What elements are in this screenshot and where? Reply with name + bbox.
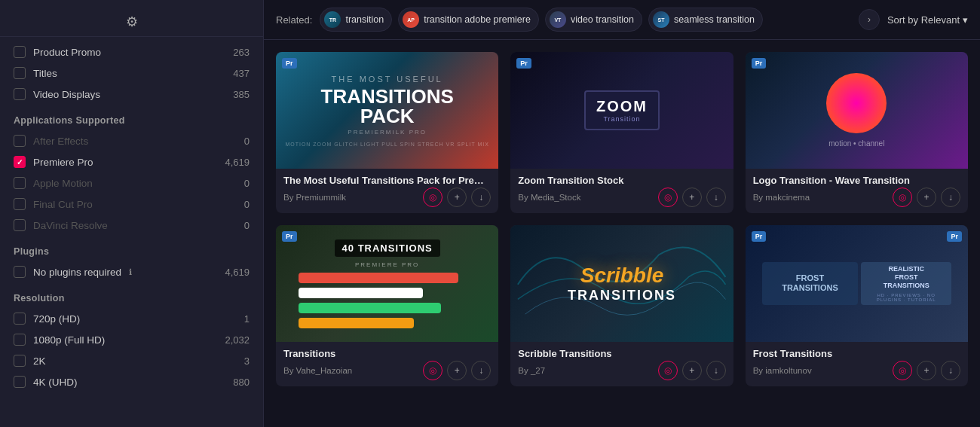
filter-row-application[interactable]: Apple Motion 0 xyxy=(0,172,263,194)
tag-avatar-inner: ST xyxy=(653,11,669,28)
filter-count: 0 xyxy=(244,178,250,189)
card[interactable]: Pr Pr FROSTTRANSITIONS REALISTICFROSTTRA… xyxy=(746,225,968,386)
related-tag[interactable]: TR transition xyxy=(320,8,392,32)
overlay-sub-text: PREMIERE PRO xyxy=(355,261,419,268)
card[interactable]: Scribble transitions Scribble Transition… xyxy=(510,225,733,386)
filter-left: Apple Motion xyxy=(14,177,93,189)
tag-avatar-inner: TR xyxy=(324,11,341,28)
filter-row-resolution[interactable]: 1080p (Full HD) 2,032 xyxy=(0,329,263,350)
favorite-button[interactable]: ◎ xyxy=(423,361,443,380)
filter-row-application[interactable]: Premiere Pro 4,619 xyxy=(0,151,263,172)
favorite-button[interactable]: ◎ xyxy=(658,188,678,207)
filter-label: DaVinci Resolve xyxy=(33,220,108,231)
overlay-badge: 40 TRANSITIONS xyxy=(335,239,440,257)
related-tag[interactable]: VT video transition xyxy=(545,8,642,32)
filter-row-application[interactable]: After Effects 0 xyxy=(0,130,263,151)
filter-checkbox[interactable] xyxy=(14,46,26,58)
filter-left: 1080p (Full HD) xyxy=(14,334,105,346)
card[interactable]: Pr THE MOST USEFUL TRANSITIONSPACK PREMI… xyxy=(276,52,498,213)
filter-row-application[interactable]: DaVinci Resolve 0 xyxy=(0,215,263,236)
download-button[interactable]: ↓ xyxy=(706,361,726,380)
favorite-button[interactable]: ◎ xyxy=(423,188,443,207)
filter-left: Final Cut Pro xyxy=(14,198,93,210)
filter-icon: ⚙ xyxy=(126,14,138,30)
filter-label: 720p (HD) xyxy=(33,313,80,325)
download-button[interactable]: ↓ xyxy=(471,361,491,380)
card-author-row: By Media_Stock ◎ + ↓ xyxy=(518,188,725,207)
tag-text: transition adobe premiere xyxy=(424,14,531,25)
download-button[interactable]: ↓ xyxy=(941,361,960,380)
filter-checkbox[interactable] xyxy=(14,376,26,388)
card-title: Scribble Transitions xyxy=(518,348,725,359)
filter-label: Titles xyxy=(33,68,57,79)
filter-row-category[interactable]: Product Promo 263 xyxy=(0,41,263,63)
sort-label: Sort by Relevant xyxy=(887,14,960,26)
related-chevron-btn[interactable]: › xyxy=(859,9,880,30)
filter-row-category[interactable]: Video Displays 385 xyxy=(0,84,263,105)
applications-section-title: Applications Supported xyxy=(0,105,263,130)
filter-row-category[interactable]: Titles 437 xyxy=(0,63,263,84)
card[interactable]: Pr 40 TRANSITIONS PREMIERE PRO Transitio… xyxy=(276,225,498,386)
filter-row-resolution[interactable]: 4K (UHD) 880 xyxy=(0,371,263,392)
filter-count: 1 xyxy=(244,313,250,325)
filter-left: 720p (HD) xyxy=(14,313,80,325)
filter-label: Apple Motion xyxy=(33,178,93,189)
download-button[interactable]: ↓ xyxy=(941,188,960,207)
related-tag[interactable]: AP transition adobe premiere xyxy=(398,8,539,32)
filter-count: 4,619 xyxy=(225,157,250,168)
download-button[interactable]: ↓ xyxy=(706,188,726,207)
thumb-tags: MOTION ZOOM GLITCH LIGHT PULL SPIN STREC… xyxy=(285,142,489,147)
scribble-sub: transitions xyxy=(568,288,676,303)
filter-checkbox[interactable] xyxy=(14,313,26,325)
add-to-collection-button[interactable]: + xyxy=(447,188,467,207)
add-to-collection-button[interactable]: + xyxy=(917,361,936,380)
plugins-section-title: Plugins xyxy=(0,236,263,261)
favorite-button[interactable]: ◎ xyxy=(658,361,678,380)
card-thumbnail: Pr THE MOST USEFUL TRANSITIONSPACK PREMI… xyxy=(276,52,498,169)
card-info: Frost Transitions By iamkoltunov ◎ + ↓ xyxy=(746,342,968,386)
bar xyxy=(299,303,441,313)
filter-checkbox[interactable] xyxy=(14,67,26,79)
card[interactable]: Pr motion • channel Logo Transition - Wa… xyxy=(746,52,968,213)
filter-checkbox[interactable] xyxy=(14,198,26,210)
add-to-collection-button[interactable]: + xyxy=(682,188,702,207)
filter-row-application[interactable]: Final Cut Pro 0 xyxy=(0,194,263,215)
filter-left: Premiere Pro xyxy=(14,156,93,168)
filter-row-resolution[interactable]: 2K 3 xyxy=(0,350,263,371)
related-label: Related: xyxy=(276,14,312,26)
filter-left: Product Promo xyxy=(14,46,101,58)
filter-label: Final Cut Pro xyxy=(33,199,93,210)
filter-checkbox[interactable] xyxy=(14,219,26,231)
filter-checkbox[interactable] xyxy=(14,177,26,189)
pr-badge: Pr xyxy=(516,58,531,69)
favorite-button[interactable]: ◎ xyxy=(893,361,912,380)
filter-left: 4K (UHD) xyxy=(14,376,78,388)
tag-text: video transition xyxy=(571,14,634,25)
filter-row-resolution[interactable]: 720p (HD) 1 xyxy=(0,308,263,329)
filter-checkbox[interactable] xyxy=(14,334,26,346)
filter-checkbox[interactable] xyxy=(14,355,26,367)
filter-checkbox[interactable] xyxy=(14,266,26,278)
add-to-collection-button[interactable]: + xyxy=(447,361,467,380)
zoom-sub: Transition xyxy=(596,115,648,123)
card-author: By iamkoltunov xyxy=(753,366,812,375)
bar xyxy=(299,273,459,283)
card-title: The Most Useful Transitions Pack for Pre… xyxy=(283,175,491,186)
filter-checkbox[interactable] xyxy=(14,88,26,100)
add-to-collection-button[interactable]: + xyxy=(917,188,936,207)
thumb-overlay: THE MOST USEFUL TRANSITIONSPACK PREMIERM… xyxy=(276,52,498,169)
filter-checkbox[interactable] xyxy=(14,135,26,147)
filter-row-plugin[interactable]: No plugins required ℹ 4,619 xyxy=(0,261,263,282)
filter-checkbox[interactable] xyxy=(14,156,26,168)
card-author-row: By makcinema ◎ + ↓ xyxy=(753,188,960,207)
card-author: By Media_Stock xyxy=(518,193,580,202)
thumb-scribble-content: Scribble transitions xyxy=(510,225,733,342)
download-button[interactable]: ↓ xyxy=(471,188,491,207)
frost-left: FROSTTRANSITIONS xyxy=(762,262,859,304)
favorite-button[interactable]: ◎ xyxy=(893,188,912,207)
related-tag[interactable]: ST seamless transition xyxy=(648,8,763,32)
add-to-collection-button[interactable]: + xyxy=(682,361,702,380)
sort-control[interactable]: Sort by Relevant ▾ xyxy=(887,14,968,26)
filter-label: No plugins required xyxy=(33,267,121,278)
card[interactable]: Pr ZOOM Transition Zoom Transition Stock… xyxy=(510,52,733,213)
